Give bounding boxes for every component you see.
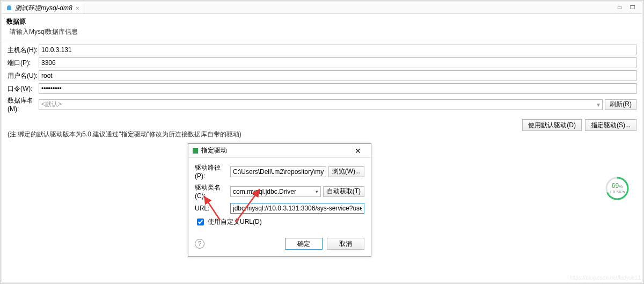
dialog-close-icon[interactable]: ✕ — [348, 145, 368, 157]
dbname-value: <默认> — [41, 100, 62, 109]
use-custom-url-checkbox[interactable] — [197, 219, 204, 225]
driver-class-value: com.mysql.jdbc.Driver — [233, 188, 296, 195]
help-icon[interactable]: ? — [195, 239, 204, 249]
dbname-select[interactable]: <默认> ▾ — [39, 99, 603, 110]
tab-title: 测试环境mysql-dm8 — [15, 4, 72, 13]
browse-button[interactable]: 浏览(W)... — [328, 166, 364, 177]
use-custom-url-label: 使用自定义URL(D) — [208, 217, 262, 227]
auto-fetch-button[interactable]: 自动获取(T) — [323, 186, 364, 197]
window-controls[interactable]: ▭ 🗖 — [617, 4, 639, 10]
data-source-form: 主机名(H): 端口(P): 用户名(U): 口令(W): 数据库名(M): <… — [2, 40, 642, 113]
url-input[interactable] — [230, 203, 364, 214]
port-input[interactable] — [39, 57, 636, 68]
url-label: URL: — [195, 205, 230, 212]
tab-bar: 测试环境mysql-dm8 × ▭ 🗖 — [2, 2, 642, 14]
svg-rect-2 — [193, 148, 198, 154]
specify-driver-button[interactable]: 指定驱动(S)... — [585, 119, 636, 131]
progress-percent: 69% — [604, 182, 630, 190]
host-input[interactable] — [39, 45, 636, 55]
dialog-title: 指定驱动 — [201, 146, 348, 155]
refresh-button[interactable]: 刷新(R) — [605, 99, 636, 110]
driver-path-label: 驱动路径(P): — [195, 163, 230, 180]
port-label: 端口(P): — [8, 59, 39, 68]
editor-tab[interactable]: 测试环境mysql-dm8 × — [2, 2, 84, 13]
cancel-button[interactable]: 取消 — [327, 238, 364, 250]
host-label: 主机名(H): — [8, 46, 39, 55]
db-tab-icon — [5, 5, 13, 12]
ok-button[interactable]: 确定 — [285, 238, 323, 250]
dbname-label: 数据库名(M): — [8, 96, 39, 113]
chevron-down-icon: ▾ — [316, 189, 318, 194]
section-title: 数据源 — [2, 14, 642, 27]
driver-class-label: 驱动类名(C): — [195, 183, 230, 200]
specify-driver-dialog: 指定驱动 ✕ 驱动路径(P): 浏览(W)... 驱动类名(C): com.my… — [188, 143, 371, 257]
password-label: 口令(W): — [8, 84, 39, 93]
user-label: 用户名(U): — [8, 71, 39, 81]
tab-close-icon[interactable]: × — [76, 5, 79, 12]
use-default-driver-button[interactable]: 使用默认驱动(D) — [522, 119, 582, 131]
user-input[interactable] — [39, 70, 636, 81]
section-subtitle: 请输入Mysql数据库信息 — [2, 27, 642, 40]
progress-ring: 69% ↓ 0.5K/s — [604, 176, 630, 201]
watermark: https://blog.csdn.net/laoyue11 — [569, 275, 641, 281]
driver-dialog-icon — [192, 147, 199, 155]
password-input[interactable] — [39, 83, 636, 94]
svg-rect-1 — [7, 8, 11, 10]
chevron-down-icon: ▾ — [597, 101, 600, 108]
driver-class-select[interactable]: com.mysql.jdbc.Driver ▾ — [230, 186, 321, 197]
driver-path-input[interactable] — [230, 166, 326, 177]
dialog-titlebar[interactable]: 指定驱动 ✕ — [188, 144, 371, 158]
progress-rate: ↓ 0.5K/s — [604, 190, 630, 194]
